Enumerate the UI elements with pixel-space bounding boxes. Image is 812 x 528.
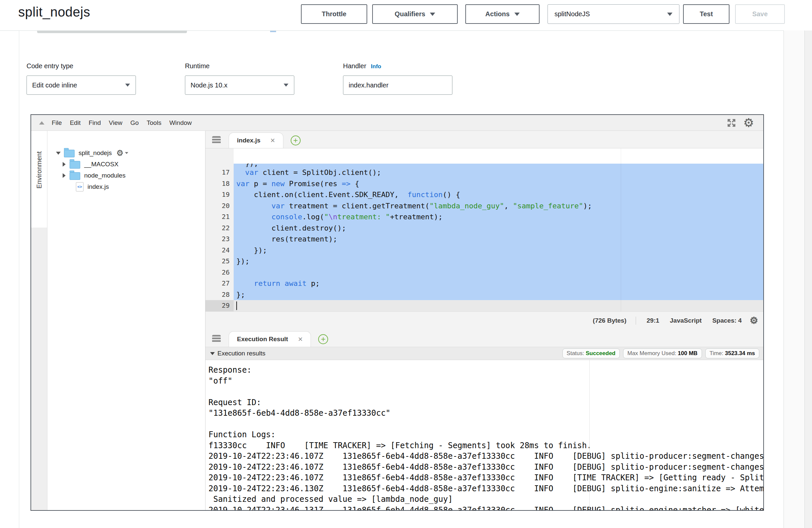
- log-line: Function Logs:: [208, 429, 763, 440]
- fullscreen-icon[interactable]: [726, 118, 737, 128]
- collapse-menubar-icon[interactable]: [39, 121, 44, 124]
- execution-log-output[interactable]: Response:"off" Request ID:"131e865f-6eb4…: [205, 360, 763, 510]
- menu-tools[interactable]: Tools: [143, 119, 165, 127]
- indentation-indicator[interactable]: Spaces: 4: [712, 317, 742, 324]
- code-line-29[interactable]: 29: [205, 300, 763, 311]
- gutter-cell[interactable]: 17: [205, 167, 234, 178]
- code-line-16-partial[interactable]: });: [205, 164, 763, 167]
- file-tree: split_nodejs ⚙ __MACOSX node_modules: [47, 131, 205, 510]
- tree-collapsed-icon[interactable]: [63, 173, 66, 178]
- code-text[interactable]: });: [234, 164, 763, 167]
- code-line-27[interactable]: 27 return await p;: [205, 278, 763, 289]
- gutter-cell[interactable]: 27: [205, 278, 234, 289]
- code-top-spacer[interactable]: [205, 148, 763, 164]
- cursor-position-indicator[interactable]: 29:1: [647, 317, 659, 324]
- gutter-cell[interactable]: 21: [205, 211, 234, 223]
- tree-expanded-icon[interactable]: [56, 152, 61, 155]
- section-expanded-icon[interactable]: [210, 352, 215, 355]
- gutter-cell[interactable]: 18: [205, 178, 234, 189]
- gutter-cell[interactable]: 19: [205, 189, 234, 201]
- folder-icon: [64, 150, 75, 157]
- code-text[interactable]: client.destroy();: [234, 223, 763, 234]
- close-icon[interactable]: ×: [298, 335, 303, 343]
- code-line-17[interactable]: 17 var client = SplitObj.client();: [205, 167, 763, 178]
- gutter-cell[interactable]: 25: [205, 256, 234, 267]
- code-text[interactable]: var p = new Promise(res => {: [234, 178, 763, 189]
- tree-settings[interactable]: ⚙: [116, 149, 128, 157]
- code-editor[interactable]: });17 var client = SplitObj.client();18v…: [205, 148, 763, 311]
- log-line: 2019-10-24T22:23:46.130Z 131e865f-6eb4-4…: [208, 483, 763, 494]
- statusbar-settings-gear-icon[interactable]: ⚙: [750, 316, 758, 325]
- gutter-cell[interactable]: 28: [205, 289, 234, 300]
- gutter-cell[interactable]: 29: [205, 300, 234, 311]
- tree-file-index-js[interactable]: <> index.js: [47, 181, 205, 192]
- code-text[interactable]: [234, 148, 763, 164]
- save-button[interactable]: Save: [735, 4, 785, 24]
- code-text[interactable]: client.on(client.Event.SDK_READY, functi…: [234, 189, 763, 201]
- code-line-22[interactable]: 22 client.destroy();: [205, 223, 763, 234]
- gutter-cell[interactable]: 22: [205, 223, 234, 234]
- code-line-20[interactable]: 20 var treatment = client.getTreatment("…: [205, 201, 763, 212]
- tree-collapsed-icon[interactable]: [63, 162, 66, 166]
- menu-find[interactable]: Find: [85, 119, 105, 127]
- gutter-cell[interactable]: 23: [205, 234, 234, 245]
- close-icon[interactable]: ×: [271, 136, 275, 144]
- code-line-19[interactable]: 19 client.on(client.Event.SDK_READY, fun…: [205, 189, 763, 201]
- test-event-select[interactable]: splitNodeJS: [548, 4, 679, 24]
- tree-root-split-nodejs[interactable]: split_nodejs ⚙: [47, 147, 205, 159]
- code-text[interactable]: });: [234, 256, 763, 267]
- chevron-down-icon: [430, 13, 435, 16]
- menu-window[interactable]: Window: [165, 119, 196, 127]
- environment-sidebar[interactable]: Environment: [31, 131, 47, 510]
- gutter-cell[interactable]: [205, 148, 234, 164]
- code-text[interactable]: [234, 267, 763, 278]
- runtime-select[interactable]: Node.js 10.x: [185, 75, 294, 95]
- gutter-cell[interactable]: 20: [205, 201, 234, 212]
- throttle-button[interactable]: Throttle: [301, 4, 367, 24]
- handler-input[interactable]: index.handler: [343, 75, 452, 95]
- tree-folder-macosx[interactable]: __MACOSX: [47, 159, 205, 170]
- gutter-cell[interactable]: [205, 164, 234, 167]
- menu-edit[interactable]: Edit: [66, 119, 85, 127]
- new-tab-icon[interactable]: +: [318, 334, 328, 344]
- menu-view[interactable]: View: [105, 119, 126, 127]
- code-line-24[interactable]: 24 });: [205, 245, 763, 256]
- qualifiers-button[interactable]: Qualifiers: [372, 4, 458, 24]
- gutter-cell[interactable]: 24: [205, 245, 234, 256]
- tab-index-js[interactable]: index.js ×: [229, 132, 284, 148]
- code-line-18[interactable]: 18var p = new Promise(res => {: [205, 178, 763, 189]
- code-text[interactable]: [234, 300, 763, 311]
- code-text[interactable]: };: [234, 289, 763, 300]
- code-line-23[interactable]: 23 res(treatment);: [205, 234, 763, 245]
- status-badge: Status: Succeeded: [563, 349, 620, 358]
- tree-folder-node-modules[interactable]: node_modules: [47, 170, 205, 181]
- code-text[interactable]: var treatment = client.getTreatment("lam…: [234, 201, 763, 212]
- code-line-21[interactable]: 21 console.log("\ntreatment: "+treatment…: [205, 211, 763, 223]
- menu-go[interactable]: Go: [126, 119, 143, 127]
- execution-results-title: Execution results: [217, 350, 265, 357]
- code-entry-type-label: Code entry type: [27, 62, 73, 70]
- tab-execution-result[interactable]: Execution Result ×: [229, 331, 311, 347]
- handler-info-link[interactable]: Info: [371, 63, 381, 70]
- menu-file[interactable]: File: [48, 119, 66, 127]
- code-text[interactable]: var client = SplitObj.client();: [234, 167, 763, 178]
- code-entry-type-select[interactable]: Edit code inline: [27, 75, 136, 95]
- language-mode-indicator[interactable]: JavaScript: [670, 317, 702, 324]
- code-text[interactable]: console.log("\ntreatment: "+treatment);: [234, 211, 763, 223]
- code-line-26[interactable]: 26: [205, 267, 763, 278]
- code-line-25[interactable]: 25});: [205, 256, 763, 267]
- lambda-console-page: split_nodejs Throttle Qualifiers Actions…: [0, 0, 812, 528]
- code-text[interactable]: return await p;: [234, 278, 763, 289]
- tab-list-icon[interactable]: [212, 335, 221, 343]
- page-scrollbar-track[interactable]: [804, 30, 812, 528]
- test-button[interactable]: Test: [683, 4, 729, 24]
- code-line-28[interactable]: 28};: [205, 289, 763, 300]
- code-text[interactable]: });: [234, 245, 763, 256]
- actions-button[interactable]: Actions: [465, 4, 539, 24]
- gutter-cell[interactable]: 26: [205, 267, 234, 278]
- editor-settings-gear-icon[interactable]: ⚙: [743, 117, 754, 129]
- handler-label: HandlerInfo: [343, 62, 381, 70]
- tab-list-icon[interactable]: [212, 136, 221, 144]
- code-text[interactable]: res(treatment);: [234, 234, 763, 245]
- new-tab-icon[interactable]: +: [291, 135, 301, 145]
